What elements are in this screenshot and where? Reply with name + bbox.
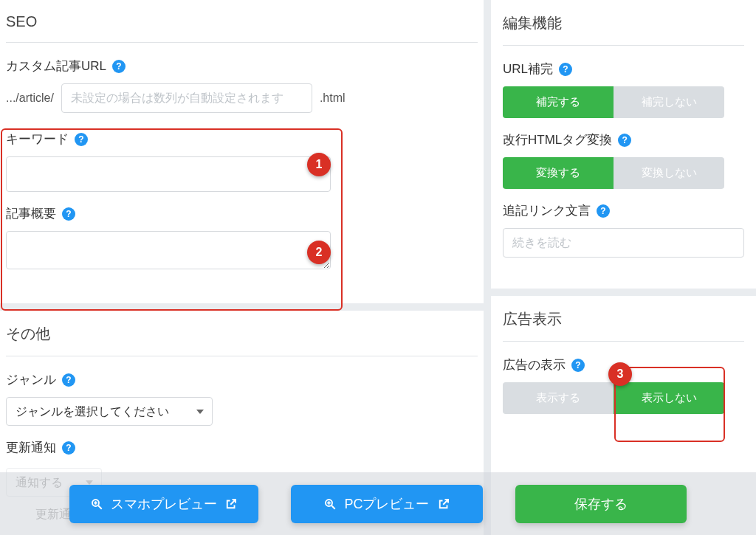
custom-url-field: カスタム記事URL ? .../article/ .html [6, 58, 478, 113]
callout-2: 2 [307, 241, 331, 264]
edit-title: 編集機能 [503, 13, 744, 46]
summary-textarea[interactable] [6, 231, 331, 269]
external-link-icon [224, 497, 238, 511]
ads-display-label: 広告の表示 [503, 356, 566, 373]
seo-panel: SEO カスタム記事URL ? .../article/ .html キーワード… [0, 0, 484, 303]
help-icon[interactable]: ? [618, 134, 631, 147]
html-convert-off[interactable]: 変換しない [614, 157, 724, 189]
save-button[interactable]: 保存する [515, 485, 687, 523]
help-icon[interactable]: ? [75, 133, 88, 146]
url-suffix: .html [320, 92, 346, 105]
pc-preview-label: PCプレビュー [344, 495, 429, 513]
url-complete-segment: 補完する 補完しない [503, 86, 724, 118]
ads-title: 広告表示 [503, 309, 744, 342]
seo-title: SEO [6, 13, 478, 43]
update-notify-field: 更新通知 ? [6, 439, 478, 456]
genre-label: ジャンル [6, 371, 56, 388]
url-prefix: .../article/ [6, 92, 54, 105]
html-convert-label: 改行HTMLタグ変換 [503, 131, 612, 148]
keyword-input[interactable] [6, 156, 331, 192]
help-icon[interactable]: ? [571, 359, 585, 372]
custom-url-label: カスタム記事URL [6, 58, 106, 75]
help-icon[interactable]: ? [62, 441, 75, 455]
mobile-preview-label: スマホプレビュー [111, 495, 217, 513]
callout-3: 3 [608, 362, 632, 386]
ads-display-on[interactable]: 表示する [503, 382, 614, 414]
help-icon[interactable]: ? [597, 204, 610, 218]
url-complete-field: URL補完 ? 補完する 補完しない [503, 61, 744, 118]
genre-field: ジャンル ? ジャンルを選択してください [6, 371, 478, 426]
keyword-label: キーワード [6, 131, 69, 148]
custom-url-input[interactable] [61, 83, 312, 113]
keyword-field: キーワード ? [6, 131, 478, 192]
zoom-in-icon [90, 497, 103, 511]
html-convert-field: 改行HTMLタグ変換 ? 変換する 変換しない [503, 131, 744, 189]
ads-display-off[interactable]: 表示しない [614, 382, 724, 414]
append-link-input[interactable] [503, 228, 744, 258]
html-convert-segment: 変換する 変換しない [503, 157, 724, 189]
append-link-field: 追記リンク文言 ? [503, 202, 744, 258]
url-complete-label: URL補完 [503, 61, 553, 77]
save-label: 保存する [574, 495, 628, 513]
svg-line-5 [332, 505, 336, 509]
help-icon[interactable]: ? [62, 207, 75, 221]
update-notify-label: 更新通知 [6, 439, 56, 456]
other-title: その他 [6, 324, 478, 356]
edit-panel: 編集機能 URL補完 ? 補完する 補完しない 改行HTMLタグ変換 ? 変換す… [491, 0, 756, 289]
genre-select[interactable]: ジャンルを選択してください [6, 397, 213, 426]
summary-field: 記事概要 ? [6, 205, 478, 272]
svg-line-1 [99, 505, 103, 509]
url-complete-on[interactable]: 補完する [503, 86, 614, 118]
column-divider [484, 0, 491, 535]
mobile-preview-button[interactable]: スマホプレビュー [69, 485, 258, 523]
append-link-label: 追記リンク文言 [503, 202, 591, 219]
help-icon[interactable]: ? [112, 60, 126, 73]
help-icon[interactable]: ? [62, 373, 75, 387]
action-bar: スマホプレビュー PCプレビュー 保存する [0, 472, 756, 535]
callout-1: 1 [307, 153, 331, 176]
ads-display-segment: 表示する 表示しない [503, 382, 724, 414]
help-icon[interactable]: ? [559, 63, 572, 76]
html-convert-on[interactable]: 変換する [503, 157, 614, 189]
external-link-icon [437, 497, 450, 511]
pc-preview-button[interactable]: PCプレビュー [291, 485, 482, 523]
summary-label: 記事概要 [6, 205, 56, 222]
url-complete-off[interactable]: 補完しない [614, 86, 724, 118]
zoom-in-icon [323, 497, 337, 511]
